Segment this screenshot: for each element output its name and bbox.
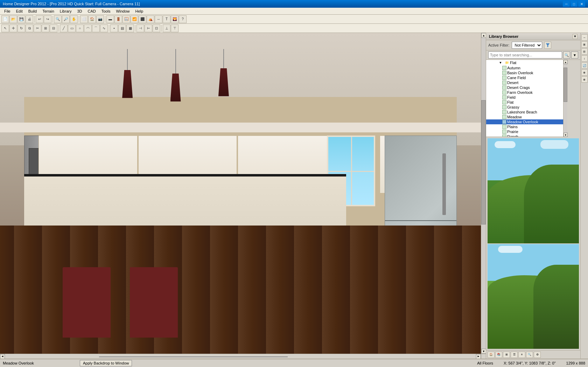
tb-stair[interactable]: 📶 <box>131 15 138 23</box>
tb2-move[interactable]: ✛ <box>9 25 17 32</box>
tb-open[interactable]: 📂 <box>9 15 17 23</box>
tree-item-meadow[interactable]: Meadow <box>486 115 563 119</box>
apply-backdrop-button[interactable]: Apply Backdrop to Window <box>80 360 132 366</box>
tb2-pattern[interactable]: ▦ <box>126 25 134 32</box>
tb-undo[interactable]: ↩ <box>36 15 43 23</box>
menu-library[interactable]: Library <box>57 8 75 14</box>
tb2-rectangle[interactable]: ▭ <box>68 25 76 32</box>
filter-select[interactable]: Not Filtered <box>512 42 542 49</box>
tb2-delete[interactable]: ✂ <box>34 25 41 32</box>
lib-detail-button[interactable]: ≡ <box>518 352 525 358</box>
scroll-track-v[interactable] <box>481 38 486 349</box>
tb-zoom-in[interactable]: 🔍 <box>54 15 62 23</box>
scroll-thumb-v[interactable] <box>481 100 486 224</box>
tb2-split[interactable]: ⊣ <box>136 25 144 32</box>
tree-scroll-down[interactable]: ▼ <box>564 133 568 137</box>
lib-catalog-button[interactable]: 📚 <box>495 352 502 358</box>
tb-new[interactable]: 📄 <box>1 15 9 23</box>
side-tool-3[interactable]: ⊟ <box>581 48 588 55</box>
lib-grid-button[interactable]: ⊞ <box>503 352 510 358</box>
tb-save[interactable]: 💾 <box>18 15 25 23</box>
tb2-copy[interactable]: ⧉ <box>26 25 33 32</box>
tree-item-plains[interactable]: Plains <box>486 124 563 129</box>
tb-dimension[interactable]: ↔ <box>155 15 162 23</box>
scroll-right-button[interactable]: ► <box>476 354 481 359</box>
tb-print[interactable]: 🖨 <box>26 15 33 23</box>
tb2-fill[interactable]: ▪ <box>110 25 118 32</box>
tree-item-ranch[interactable]: Ranch <box>486 134 563 137</box>
menu-help[interactable]: Help <box>133 8 146 14</box>
tree-item-autumn[interactable]: Autumn <box>486 65 563 70</box>
menu-window[interactable]: Window <box>113 8 132 14</box>
tb2-spline[interactable]: ∿ <box>100 25 108 32</box>
search-input[interactable] <box>488 51 562 58</box>
tb-camera[interactable]: 📷 <box>96 15 104 23</box>
tree-scroll-up[interactable]: ▲ <box>564 60 568 64</box>
tree-item-farm-overlook[interactable]: Farm Overlook <box>486 90 563 95</box>
side-tool-2[interactable]: ⊞ <box>581 41 588 48</box>
tb2-extend[interactable]: ⊡ <box>153 25 160 32</box>
scroll-left-button[interactable]: ◄ <box>0 354 5 359</box>
lib-list-button[interactable]: ☰ <box>511 352 518 358</box>
tb2-rotate[interactable]: ↻ <box>18 25 25 32</box>
side-tool-1[interactable]: ↔ <box>581 34 588 41</box>
tb-help-btn[interactable]: ? <box>179 15 187 23</box>
tb2-arc[interactable]: ◠ <box>84 25 92 32</box>
menu-edit[interactable]: Edit <box>13 8 26 14</box>
menu-3d[interactable]: 3D <box>74 8 85 14</box>
tb-door[interactable]: 🚪 <box>114 15 122 23</box>
tb2-trim[interactable]: ⊢ <box>145 25 152 32</box>
side-tool-7[interactable]: ⊗ <box>581 76 588 83</box>
tb-room[interactable]: ⬛ <box>139 15 146 23</box>
tb-floor-plan[interactable]: ⬜ <box>80 15 88 23</box>
side-tool-5[interactable]: 🔄 <box>581 62 588 69</box>
tb-wall[interactable]: ▬ <box>106 15 114 23</box>
library-close-button[interactable]: ✕ <box>573 34 578 39</box>
filter-edit-button[interactable] <box>544 42 551 49</box>
tb2-elev[interactable]: ⊥ <box>163 25 170 32</box>
tb2-select[interactable]: ↖ <box>1 25 9 32</box>
tree-item-desert[interactable]: Desert <box>486 80 563 85</box>
tb-terrain-tool[interactable]: 🌄 <box>171 15 178 23</box>
tb-pan[interactable]: ✋ <box>70 15 78 23</box>
minimize-button[interactable]: ─ <box>563 1 570 7</box>
tb2-hatch[interactable]: ▤ <box>118 25 126 32</box>
lib-options-button[interactable]: ⚙ <box>534 352 541 358</box>
tree-item-meadow-overlook[interactable]: Meadow Overlook <box>486 119 563 124</box>
maximize-button[interactable]: □ <box>570 1 578 7</box>
tb2-polyline[interactable]: ⌒ <box>92 25 100 32</box>
tb-roof[interactable]: ⛺ <box>147 15 154 23</box>
menu-tools[interactable]: Tools <box>99 8 113 14</box>
tree-item-grassy[interactable]: Grassy <box>486 105 563 110</box>
tree-item-flat-folder[interactable]: ▼ 📁 Flat <box>486 60 563 65</box>
side-tool-6[interactable]: ⊕ <box>581 69 588 76</box>
tb-text[interactable]: T <box>163 15 170 23</box>
search-advanced-button[interactable]: ▼ <box>571 51 578 58</box>
tree-item-flat-sub[interactable]: Flat <box>486 100 563 105</box>
tree-item-lakeshore-beach[interactable]: Lakeshore Beach <box>486 110 563 115</box>
menu-build[interactable]: Build <box>26 8 40 14</box>
scroll-thumb-h[interactable] <box>99 356 287 357</box>
tb2-draw-line[interactable]: ╱ <box>60 25 68 32</box>
tree-item-prairie[interactable]: Prairie <box>486 129 563 134</box>
tb2-circle[interactable]: ○ <box>76 25 84 32</box>
tb-window-tool[interactable]: 🪟 <box>122 15 130 23</box>
tb-redo[interactable]: ↪ <box>44 15 51 23</box>
tree-scroll-thumb[interactable] <box>564 68 567 102</box>
viewport[interactable] <box>0 33 481 354</box>
close-button[interactable]: ✕ <box>578 1 585 7</box>
scroll-up-button[interactable]: ▲ <box>481 33 486 38</box>
search-button[interactable]: 🔍 <box>563 51 570 58</box>
side-tool-4[interactable]: ↕ <box>581 55 588 62</box>
tb2-transform[interactable]: ⊞ <box>42 25 49 32</box>
tb-zoom-out[interactable]: 🔎 <box>62 15 70 23</box>
tb-3d-view[interactable]: 🏠 <box>88 15 96 23</box>
lib-home-button[interactable]: 🏠 <box>488 352 495 358</box>
tb2-align[interactable]: ⊟ <box>50 25 57 32</box>
scroll-down-button[interactable]: ▼ <box>481 349 486 354</box>
tree-item-field[interactable]: Field <box>486 95 563 100</box>
tb2-perp[interactable]: ⊤ <box>171 25 178 32</box>
tree-item-cane-field[interactable]: Cane Field <box>486 75 563 80</box>
menu-file[interactable]: File <box>1 8 13 14</box>
menu-cad[interactable]: CAD <box>85 8 98 14</box>
